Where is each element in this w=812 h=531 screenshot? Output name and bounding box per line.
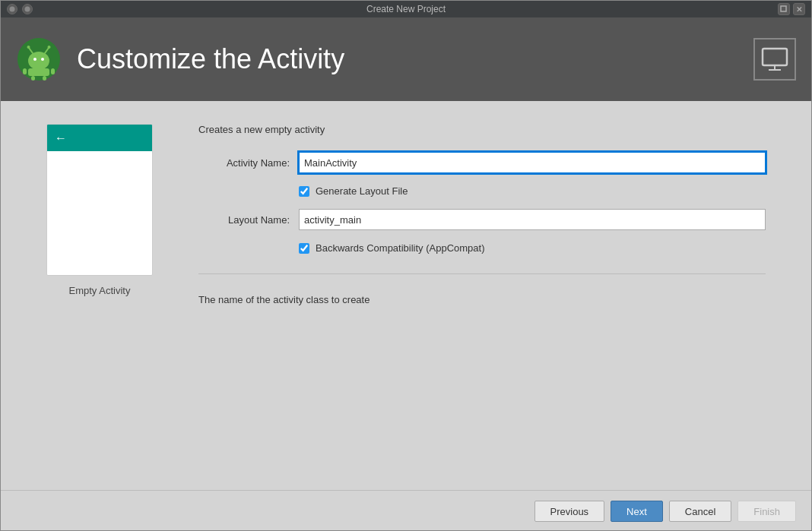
svg-point-10	[41, 58, 44, 61]
back-arrow-icon: ←	[55, 131, 67, 145]
layout-name-label: Layout Name:	[198, 214, 290, 226]
generate-layout-row: Generate Layout File	[299, 185, 766, 197]
preview-section: ← Empty Activity	[46, 124, 153, 467]
screen-icon	[753, 38, 796, 81]
form-section: Creates a new empty activity Activity Na…	[198, 124, 766, 467]
previous-button[interactable]: Previous	[534, 501, 605, 522]
layout-name-input[interactable]	[299, 209, 766, 230]
window-title: Create New Project	[366, 4, 446, 14]
cancel-button[interactable]: Cancel	[669, 501, 731, 522]
main-content: ← Empty Activity Creates a new empty act…	[1, 101, 811, 490]
description-text: Creates a new empty activity	[198, 124, 766, 135]
minimize-traffic-light[interactable]	[22, 4, 33, 14]
svg-point-6	[27, 46, 30, 49]
footer: Previous Next Cancel Finish	[1, 490, 811, 531]
divider	[198, 273, 766, 274]
backwards-compat-checkbox[interactable]	[299, 243, 309, 254]
svg-rect-16	[763, 49, 787, 65]
title-bar-left	[7, 4, 33, 14]
close-traffic-light[interactable]	[7, 4, 17, 14]
preview-label: Empty Activity	[69, 285, 131, 296]
backwards-compat-label[interactable]: Backwards Compatibility (AppCompat)	[316, 242, 485, 254]
activity-name-input[interactable]	[299, 152, 766, 173]
svg-rect-14	[31, 76, 35, 81]
finish-button[interactable]: Finish	[737, 501, 796, 522]
close-button[interactable]: ✕	[793, 3, 805, 15]
title-bar-controls: ✕	[778, 3, 805, 15]
svg-rect-13	[51, 68, 55, 74]
next-button[interactable]: Next	[611, 501, 663, 522]
svg-rect-15	[43, 76, 46, 81]
generate-layout-checkbox[interactable]	[299, 186, 309, 197]
phone-preview: ←	[46, 124, 153, 276]
svg-rect-11	[28, 68, 49, 76]
backwards-compat-row: Backwards Compatibility (AppCompat)	[299, 242, 766, 254]
title-bar: Create New Project ✕	[1, 1, 811, 17]
svg-point-1	[25, 7, 30, 12]
hint-text: The name of the activity class to create	[198, 294, 766, 305]
header: Customize the Activity	[1, 17, 811, 101]
generate-layout-label[interactable]: Generate Layout File	[316, 185, 408, 197]
restore-button[interactable]	[778, 3, 790, 15]
phone-top-bar: ←	[47, 125, 152, 151]
svg-rect-2	[781, 6, 786, 11]
activity-name-label: Activity Name:	[198, 157, 290, 169]
android-logo	[16, 36, 62, 82]
svg-point-4	[28, 52, 49, 70]
page-title: Customize the Activity	[77, 43, 344, 75]
layout-name-row: Layout Name:	[198, 209, 766, 230]
svg-point-9	[33, 58, 36, 61]
svg-point-8	[48, 46, 51, 49]
activity-name-row: Activity Name:	[198, 152, 766, 173]
svg-rect-12	[23, 68, 27, 74]
svg-point-0	[10, 7, 15, 12]
